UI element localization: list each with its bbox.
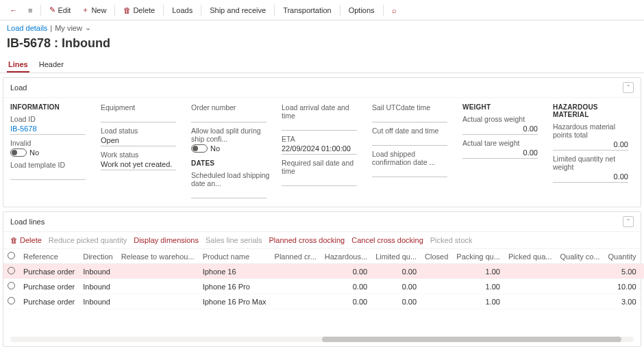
- main-tabs: Lines Header: [0, 56, 644, 73]
- load-status-value: Open: [101, 135, 176, 146]
- load-id-value[interactable]: IB-5678: [10, 123, 86, 135]
- cell-quality: [556, 279, 604, 294]
- ltd-qty-value[interactable]: 0.00: [553, 171, 628, 183]
- cell-planned: [271, 294, 321, 309]
- ship-receive-menu[interactable]: Ship and receive: [206, 4, 270, 16]
- col-hazardous[interactable]: Hazardous...: [321, 249, 371, 264]
- tab-header[interactable]: Header: [38, 56, 65, 73]
- col-quantity[interactable]: Quantity: [604, 249, 641, 264]
- load-lines-header[interactable]: Load lines ˄: [3, 212, 641, 232]
- col-picked[interactable]: Picked qua...: [504, 249, 556, 264]
- col-direction[interactable]: Direction: [79, 249, 116, 264]
- col-remaining[interactable]: Quantity remaining: [641, 249, 644, 264]
- col-release[interactable]: Release to warehou...: [117, 249, 199, 264]
- allow-split-toggle[interactable]: No: [191, 144, 272, 153]
- table-row[interactable]: Purchase orderInboundIphone 16 Pro Max0.…: [3, 294, 644, 309]
- lines-picked-stock: Picked stock: [430, 236, 473, 244]
- sail-utc-value[interactable]: [372, 112, 447, 122]
- list-icon[interactable]: ≡: [24, 4, 36, 16]
- delete-button[interactable]: 🗑Delete: [119, 4, 159, 16]
- cell-limited: 0.00: [371, 294, 421, 309]
- cell-limited: 0.00: [371, 279, 421, 294]
- hazmat-pts-value[interactable]: 0.00: [553, 139, 628, 151]
- cell-product: Iphone 16 Pro: [199, 279, 271, 294]
- col-product[interactable]: Product name: [199, 249, 271, 264]
- loads-menu[interactable]: Loads: [168, 4, 197, 16]
- transportation-menu[interactable]: Transportation: [279, 4, 336, 16]
- tare-weight-label: Actual tare weight: [462, 139, 543, 147]
- cell-release: [117, 294, 199, 309]
- edit-label: Edit: [58, 6, 71, 14]
- cell-direction: Inbound: [79, 294, 116, 309]
- lines-delete-button[interactable]: 🗑 Delete: [10, 236, 42, 244]
- col-quality[interactable]: Quality co...: [556, 249, 604, 264]
- equipment-value[interactable]: [101, 112, 176, 122]
- order-number-value[interactable]: [191, 112, 267, 122]
- eta-value[interactable]: 22/09/2024 01:00:00: [282, 143, 357, 155]
- collapse-icon[interactable]: ˄: [623, 82, 634, 93]
- ltd-qty-label: Limited quantity net weight: [553, 155, 634, 171]
- cell-product: Iphone 16: [199, 264, 271, 279]
- col-closed[interactable]: Closed: [421, 249, 452, 264]
- col-limited[interactable]: Limited qu...: [371, 249, 421, 264]
- scrollbar-thumb[interactable]: [322, 337, 621, 342]
- cell-packing: 1.00: [452, 279, 504, 294]
- load-template-value[interactable]: [10, 169, 86, 180]
- collapse-icon[interactable]: ˄: [623, 216, 634, 227]
- horizontal-scrollbar[interactable]: [10, 337, 634, 342]
- load-panel-header[interactable]: Load ˄: [3, 78, 641, 98]
- group-information: INFORMATION: [10, 103, 91, 111]
- cell-closed: [421, 294, 452, 309]
- lines-display-dimensions[interactable]: Display dimensions: [134, 236, 199, 244]
- gross-weight-label: Actual gross weight: [462, 115, 543, 123]
- edit-button[interactable]: ✎Edit: [45, 3, 75, 16]
- toggle-pill: [191, 144, 208, 153]
- separator: [383, 5, 384, 16]
- load-status-label: Load status: [101, 127, 182, 135]
- breadcrumb-my-view[interactable]: My view: [55, 24, 82, 32]
- toggle-pill: [10, 148, 27, 157]
- col-reference[interactable]: Reference: [19, 249, 79, 264]
- cell-limited: 0.00: [371, 264, 421, 279]
- row-radio[interactable]: [8, 297, 15, 304]
- table-row[interactable]: Purchase orderInboundIphone 160.000.001.…: [3, 264, 644, 279]
- tare-weight-value[interactable]: 0.00: [462, 147, 538, 159]
- back-button[interactable]: ←: [5, 4, 21, 16]
- cell-hazardous: 0.00: [321, 264, 371, 279]
- shipped-conf-value[interactable]: [372, 166, 447, 177]
- new-button[interactable]: ＋New: [77, 3, 110, 17]
- load-id-label: Load ID: [10, 115, 91, 123]
- cutoff-value[interactable]: [372, 135, 447, 146]
- cell-quantity: 10.00: [604, 279, 641, 294]
- tab-lines[interactable]: Lines: [7, 56, 29, 73]
- chevron-down-icon[interactable]: ⌄: [85, 23, 91, 32]
- hazmat-pts-label: Hazardous material points total: [553, 122, 634, 139]
- arrival-value[interactable]: [282, 120, 357, 131]
- col-planned[interactable]: Planned cr...: [271, 249, 321, 264]
- gross-weight-value[interactable]: 0.00: [462, 123, 538, 135]
- invalid-toggle[interactable]: No: [10, 148, 91, 157]
- cell-hazardous: 0.00: [321, 294, 371, 309]
- options-menu[interactable]: Options: [345, 4, 379, 16]
- cell-planned: [271, 279, 321, 294]
- cell-release: [117, 264, 199, 279]
- row-radio[interactable]: [8, 267, 15, 274]
- sched-ship-value[interactable]: [191, 187, 267, 198]
- cutoff-label: Cut off date and time: [372, 127, 453, 135]
- breadcrumb-load-details[interactable]: Load details: [7, 24, 47, 32]
- cell-closed: [421, 264, 452, 279]
- cell-remaining: 0.00: [641, 294, 644, 309]
- group-hazmat: HAZARDOUS MATERIAL: [553, 103, 634, 118]
- lines-planned-crossdock[interactable]: Planned cross docking: [269, 236, 345, 244]
- row-radio[interactable]: [8, 282, 15, 289]
- select-all-radio[interactable]: [8, 252, 15, 259]
- cell-closed: [421, 279, 452, 294]
- allow-split-label: Allow load split during ship confi...: [191, 127, 272, 143]
- cell-reference: Purchase order: [19, 294, 79, 309]
- load-lines-panel: Load lines ˄ 🗑 Delete Reduce picked quan…: [3, 211, 641, 347]
- table-row[interactable]: Purchase orderInboundIphone 16 Pro0.000.…: [3, 279, 644, 294]
- req-sail-value[interactable]: [282, 175, 357, 186]
- col-packing[interactable]: Packing qu...: [452, 249, 504, 264]
- lines-cancel-crossdock[interactable]: Cancel cross docking: [351, 236, 423, 244]
- search-button[interactable]: ⌕: [388, 4, 401, 16]
